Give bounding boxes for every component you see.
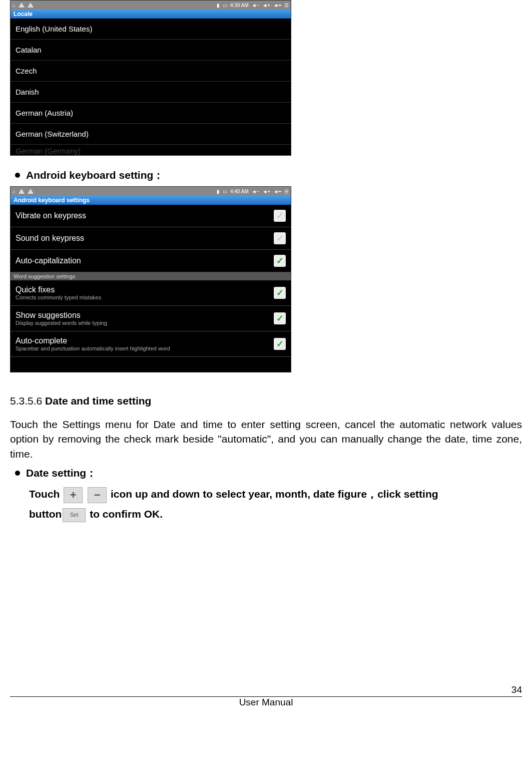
warning-icon <box>28 189 34 194</box>
minus-icon[interactable]: − <box>88 487 107 503</box>
heading-keyboard: Android keyboard setting： <box>15 168 522 182</box>
set-button[interactable]: Set <box>63 508 86 522</box>
battery-icon: ▮ <box>217 189 220 194</box>
kb-setting-row[interactable]: Vibrate on keypress ✓ <box>11 205 291 227</box>
kb-setting-row[interactable]: Quick fixes Corrects commonly typed mist… <box>11 280 291 306</box>
checkbox[interactable]: ✓ <box>274 210 286 222</box>
locale-item[interactable]: German (Switzerland) <box>11 124 291 145</box>
footer-label: User Manual <box>10 697 522 708</box>
kb-row-title: Vibrate on keypress <box>16 211 86 220</box>
home-icon: ⌂ <box>13 189 16 194</box>
warning-icon <box>19 189 25 194</box>
titlebar: Locale <box>11 10 291 19</box>
instr-text: to confirm OK. <box>90 508 163 520</box>
kb-row-title: Sound on keypress <box>16 234 84 243</box>
instr-text: Touch <box>29 488 63 500</box>
instr-text: button <box>29 508 62 520</box>
titlebar: Android keyboard settings <box>11 196 291 205</box>
section-title: Date and time setting <box>45 395 151 407</box>
status-bar: ⌂ ▮ ▭ 4:40 AM ◄− ◄+ ◄━ ☰ <box>11 187 291 196</box>
battery-icon: ▮ <box>217 3 220 8</box>
bullet-icon <box>15 173 20 178</box>
bullet-icon <box>15 471 20 476</box>
kb-row-subtitle: Corrects commonly typed mistakes <box>16 294 101 300</box>
plus-icon[interactable]: + <box>64 487 83 503</box>
checkbox[interactable]: ✓ <box>274 312 286 324</box>
kb-row-title: Show suggestions <box>16 311 107 320</box>
checkbox[interactable]: ✓ <box>274 255 286 267</box>
heading-text: Android keyboard setting： <box>26 168 164 182</box>
page-number: 34 <box>511 684 522 695</box>
kb-row-subtitle: Spacebar and punctuation automatically i… <box>16 345 170 351</box>
warning-icon <box>28 3 34 8</box>
kb-setting-row[interactable]: Show suggestions Display suggested words… <box>11 306 291 331</box>
menu-icon: ☰ <box>284 189 289 194</box>
instr-text: icon up and down to select year, month, … <box>111 488 438 500</box>
heading-text: Date setting： <box>26 466 97 480</box>
page-footer: 34 User Manual <box>0 684 532 715</box>
kb-row-title: Quick fixes <box>16 285 101 294</box>
volume-up-icon: ◄+ <box>262 189 270 194</box>
locale-item[interactable]: Czech <box>11 61 291 82</box>
section-number: 5.3.5.6 <box>10 395 45 407</box>
date-instructions: Touch + − icon up and down to select yea… <box>29 484 522 524</box>
volume-up-icon: ◄+ <box>262 3 270 8</box>
menu-icon: ☰ <box>284 3 289 8</box>
locale-screenshot: ⌂ ▮ ▭ 4:39 AM ◄− ◄+ ◄━ ☰ Locale English … <box>10 0 291 156</box>
clock: 4:39 AM <box>230 3 249 8</box>
locale-item[interactable]: English (United States) <box>11 19 291 40</box>
volume-down-icon: ◄− <box>252 3 260 8</box>
kb-row-subtitle: Display suggested words while typing <box>16 320 107 326</box>
sdcard-icon: ▭ <box>223 3 227 8</box>
kb-setting-row[interactable]: Auto-capitalization ✓ <box>11 250 291 272</box>
sdcard-icon: ▭ <box>223 189 227 194</box>
locale-item[interactable]: Danish <box>11 82 291 103</box>
kb-row-title: Auto-complete <box>16 336 170 345</box>
keyboard-screenshot: ⌂ ▮ ▭ 4:40 AM ◄− ◄+ ◄━ ☰ Android keyboar… <box>10 186 291 372</box>
kb-setting-row[interactable]: Auto-complete Spacebar and punctuation a… <box>11 331 291 357</box>
locale-item[interactable]: German (Austria) <box>11 103 291 124</box>
status-bar: ⌂ ▮ ▭ 4:39 AM ◄− ◄+ ◄━ ☰ <box>11 1 291 10</box>
body-paragraph: Touch the Settings menu for Date and tim… <box>10 417 522 461</box>
heading-date: Date setting： <box>15 466 522 480</box>
back-icon: ◄━ <box>273 3 281 8</box>
locale-item[interactable]: German (Germany) <box>11 145 291 155</box>
volume-down-icon: ◄− <box>252 189 260 194</box>
checkbox[interactable]: ✓ <box>274 287 286 299</box>
checkbox[interactable]: ✓ <box>274 338 286 350</box>
back-icon: ◄━ <box>273 189 281 194</box>
section-heading: 5.3.5.6 Date and time setting <box>10 395 522 407</box>
checkbox[interactable]: ✓ <box>274 232 286 244</box>
clock: 4:40 AM <box>230 189 249 194</box>
kb-setting-row[interactable]: Sound on keypress ✓ <box>11 227 291 250</box>
warning-icon <box>19 3 25 8</box>
home-icon: ⌂ <box>13 3 16 8</box>
locale-item[interactable]: Catalan <box>11 40 291 61</box>
kb-row-title: Auto-capitalization <box>16 256 81 265</box>
section-header: Word suggestion settings <box>11 272 291 280</box>
